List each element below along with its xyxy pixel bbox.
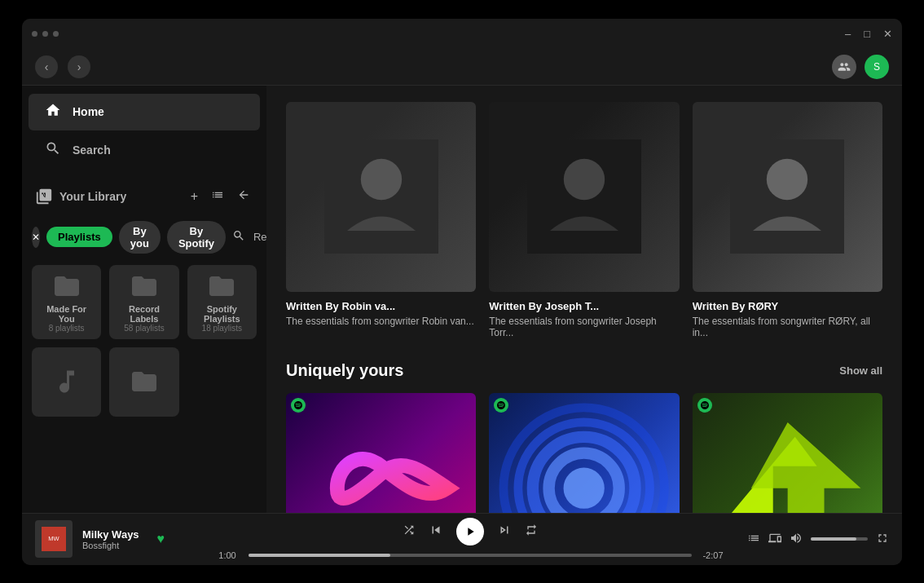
volume-fill [811,537,856,541]
queue-button[interactable] [747,532,760,547]
person-illustration [730,139,844,254]
player-bar: MW Milky Ways Bossfight ♥ [22,513,902,565]
lib-item-label: Made For You [38,304,95,324]
sidebar: Home Search Your Library + [22,86,266,513]
titlebar-dots [32,31,59,37]
track-name: Milky Ways [82,528,139,541]
list-item[interactable]: Made For You 8 playlists [32,265,101,339]
uniquely-yours-title: Uniquely yours [286,361,403,380]
written-by-card-rory[interactable]: Written By RØRY The essentials from song… [693,102,882,338]
like-button[interactable]: ♥ [157,532,165,546]
written-by-rory-title: Written By RØRY [693,300,882,312]
written-by-robin-sub: The essentials from songwriter Robin van… [286,316,476,327]
time-capsule-image: Time Capsule [489,393,679,513]
library-icon [35,188,53,205]
svg-point-5 [767,159,807,200]
list-item[interactable] [109,347,178,417]
library-grid: Made For You 8 playlists Record Labels 5… [22,258,266,423]
previous-button[interactable] [429,523,443,541]
titlebar: – □ ✕ [22,19,902,50]
svg-point-1 [360,159,401,200]
back-button[interactable]: ‹ [35,55,58,78]
list-item[interactable]: Spotify Playlists 18 playlists [187,265,257,339]
sidebar-item-search-label: Search [73,144,111,157]
list-item[interactable]: Record Labels 58 playlists [109,265,178,339]
shuffle-button[interactable] [403,523,416,540]
written-by-joseph-image [489,102,679,292]
filter-by-spotify-chip[interactable]: By Spotify [167,221,226,254]
app-window: – □ ✕ ‹ › S Home [22,19,902,565]
next-button[interactable] [497,523,512,541]
main-content: Written By Robin va... The essentials fr… [266,86,902,513]
svg-text:MW: MW [48,535,59,542]
close-button[interactable]: ✕ [883,28,892,40]
written-by-card-robin[interactable]: Written By Robin va... The essentials fr… [286,102,476,338]
spotify-badge [697,398,712,413]
time-capsule-visual [489,393,679,513]
user-avatar[interactable]: S [865,55,889,79]
library-section: Your Library + ✕ Playlists By you [22,177,266,513]
filter-by-you-chip[interactable]: By you [119,221,161,254]
uniquely-yours-header: Uniquely yours Show all [286,361,882,380]
on-repeat-card[interactable]: On Repeat On Repeat Songs you love right… [286,393,476,513]
home-icon [45,102,61,122]
progress-bar[interactable] [249,554,692,557]
main-layout: Home Search Your Library + [22,86,902,513]
library-list-button[interactable] [208,185,227,208]
player-controls: 1:00 -2:07 [214,518,726,560]
play-pause-button[interactable] [456,518,484,545]
forward-button[interactable]: › [68,55,90,78]
recents-dropdown-button[interactable]: Recents ▾ [253,231,266,243]
repeat-button[interactable] [525,523,538,540]
filter-playlists-chip[interactable]: Playlists [46,227,112,247]
player-track: MW Milky Ways Bossfight ♥ [35,520,214,558]
show-all-button[interactable]: Show all [839,364,882,377]
lib-item-sublabel: 8 playlists [49,324,85,333]
volume-bar[interactable] [811,537,868,541]
time-total: -2:07 [700,550,726,560]
written-by-row: Written By Robin va... The essentials fr… [286,102,882,338]
time-current: 1:00 [214,550,240,560]
filter-right: Recents ▾ [232,229,266,245]
search-icon [45,140,61,161]
sidebar-item-home[interactable]: Home [29,94,260,130]
daily-drive-card[interactable]: Daily Drive Daily Drive A mix of news an… [693,393,882,513]
on-repeat-visual [286,393,476,513]
titlebar-dot-2 [42,31,48,37]
written-by-robin-title: Written By Robin va... [286,300,476,312]
folder-icon [52,272,81,301]
lib-item-label: Spotify Playlists [194,304,250,324]
spotify-badge [291,398,306,413]
maximize-button[interactable]: □ [864,28,870,40]
written-by-joseph-title: Written By Joseph T... [489,300,679,312]
library-add-button[interactable]: + [187,185,201,208]
minimize-button[interactable]: – [845,28,851,40]
filter-close-button[interactable]: ✕ [32,227,40,248]
titlebar-dot-1 [32,31,37,37]
person-illustration [324,139,438,254]
svg-point-10 [564,467,605,508]
daily-drive-visual [693,393,882,513]
sidebar-item-search[interactable]: Search [29,132,260,169]
library-actions: + [187,185,253,208]
titlebar-dot-3 [53,31,59,37]
sidebar-item-home-label: Home [73,105,104,118]
list-item[interactable] [32,347,101,417]
written-by-rory-sub: The essentials from songwriter RØRY, all… [693,316,882,338]
volume-button[interactable] [790,532,803,547]
friends-button[interactable] [832,55,856,79]
folder-icon [130,272,159,301]
titlebar-controls: – □ ✕ [845,28,892,40]
time-capsule-card[interactable]: Time Capsule Your Time Capsule We made y… [489,393,679,513]
fullscreen-button[interactable] [876,532,889,547]
track-thumbnail: MW [35,520,73,558]
devices-button[interactable] [768,532,781,547]
lib-item-sublabel: 58 playlists [124,324,164,333]
uniquely-yours-cards: On Repeat On Repeat Songs you love right… [286,393,882,513]
library-collapse-button[interactable] [234,185,253,208]
person-illustration [527,139,641,254]
library-search-button[interactable] [232,229,245,245]
lib-item-label: Record Labels [116,304,172,324]
navbar: ‹ › S [22,50,902,86]
written-by-card-joseph[interactable]: Written By Joseph T... The essentials fr… [489,102,679,338]
